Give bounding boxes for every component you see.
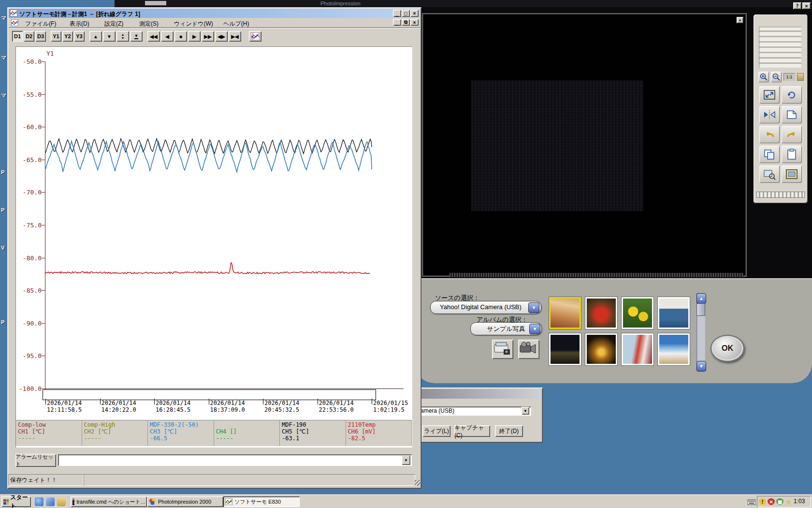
zoom-in-button[interactable] [758,72,769,82]
show-desktop-icon[interactable] [57,497,66,506]
copy-button[interactable] [759,146,780,163]
child-close-button[interactable]: × [410,19,419,26]
start-button[interactable]: スタート [1,496,31,507]
child-restore-button[interactable]: ⧉ [402,19,410,26]
resize-grip[interactable] [415,480,420,486]
toolbar-rewind-button[interactable]: ◀◀ [147,31,160,42]
thumbnail-canyon-spires[interactable] [549,297,581,329]
close-button[interactable]: × [802,2,811,9]
keyboard-icon [747,498,756,505]
minimize-button[interactable]: _ [393,10,401,17]
desktop-icon-label-fragment: P [1,169,8,176]
scanner-source-button[interactable] [492,340,513,359]
ok-button[interactable]: OK [710,335,744,362]
alarm-combobox-arrow-icon[interactable]: ▼ [402,455,410,465]
camera-preview-area: × [422,13,747,277]
keyboard-tray-wrap[interactable] [747,498,756,505]
maximize-button[interactable]: □ [402,10,410,17]
channel-value: -63.1 [282,435,344,442]
toolbar-fast-forward-button[interactable]: ▶▶ [202,31,214,42]
thumbnail-harbor-boats[interactable] [658,297,690,329]
camera-source-combobox[interactable]: amera (USB)▼ [420,406,531,416]
toolbar-scroll-up-button[interactable]: ▲ [89,31,102,42]
toolbar-compress-button[interactable]: ▶◀ [229,31,241,42]
toolbar-scroll-down-button[interactable]: ▼ [103,31,116,42]
thumbnail-yellow-flowers[interactable] [622,297,653,329]
x-tick-label: 2026/01/14 14:20:22.0 [102,400,155,413]
redo-button[interactable] [782,126,802,143]
refresh-button[interactable] [782,86,802,104]
source-dropdown-arrow-icon[interactable]: ▼ [528,302,539,313]
toolbar-d2-button[interactable]: D2 [24,31,34,42]
mirror-horizontal-button[interactable] [759,106,780,123]
album-select-dropdown[interactable]: サンプル写真▼ [470,322,542,335]
toolbar-d3-button[interactable]: D3 [35,31,46,42]
thumbnail-red-bird[interactable] [585,297,617,329]
thumbnail-fiber-lights[interactable] [585,333,617,365]
toolbar-graph-mode-button[interactable] [249,31,261,42]
legend-cell-ch3: MDF-330-2(-50)CH3 [℃]-66.5 [148,420,214,446]
photoimpression-titlebar: PhotoImpression [115,0,812,7]
preview-close-icon[interactable]: × [737,17,743,23]
thumbnail-city-night[interactable] [549,333,581,365]
toolbar-y3-button[interactable]: Y3 [74,31,85,42]
paste-button[interactable] [782,146,802,163]
desktop-icon-label-fragment: マ [1,15,8,21]
frame-button[interactable] [782,165,802,183]
scroll-up-arrow[interactable]: ▲ [696,293,706,304]
toolbar: D1D2D3Y1Y2Y3▲▼▲▼▼◀◀◀■▶▶▶◀▶▶◀ [9,28,420,44]
shield-error-tray-icon[interactable]: ✕ [768,498,775,505]
toolbar-d1-button[interactable]: D1 [12,31,23,42]
alarm-combobox[interactable]: ▼ [58,454,412,466]
thumbnail-ship-lighthouse[interactable] [622,333,653,365]
thumbnail-scrollbar[interactable]: ▲▼ [696,293,705,371]
flip-page-icon [784,108,799,121]
toolbar-step-back-button[interactable]: ◀ [161,31,174,42]
panel-scroll-bar[interactable] [756,192,805,198]
device-tray-icon[interactable]: ▣ [776,498,783,505]
task-softthermo[interactable]: ソフトサーモ E830 [223,496,300,507]
task-transfile[interactable]: cmtransfile.cmd へのショート... [71,496,147,507]
refresh-icon [784,89,799,101]
thumbnail-sky-clouds[interactable] [658,333,690,365]
fit-window-icon [762,89,777,101]
close-window-button[interactable]: × [410,10,419,17]
windows-logo-icon [3,499,9,505]
graph-panel: Y1-50.0-55.0-60.0-65.0-70.0-75.0-80.0-85… [15,46,412,448]
toolbar-scroll-updown-button[interactable]: ▲▼ [116,31,129,42]
fit-window-button[interactable] [759,86,780,104]
actual-size-button[interactable]: 1:1 [783,73,795,81]
shield-warning-tray-icon[interactable]: ! [759,498,766,505]
source-select-dropdown[interactable]: Yahoo! Digital Camera (USB)▼ [430,301,541,314]
toolbar-scroll-bottom-button[interactable]: ▼ [130,31,143,42]
flip-page-button[interactable] [782,106,802,123]
scroll-thumb[interactable] [696,303,705,316]
live-button[interactable]: ライブ(L) [422,425,450,437]
toolbar-step-forward-button[interactable]: ▶ [188,31,201,42]
alarm-reset-button[interactable]: アラームリセット [15,454,56,467]
task-photoimpression[interactable]: PhotoImpression 2000 [147,496,223,507]
y-tick-mark [42,225,45,225]
photoimpression-window: ×1:1ソースの選択：Yahoo! Digital Camera (USB)▼ア… [415,0,812,383]
capture-button[interactable]: キャプチャ(C) [454,425,490,437]
app-icon [11,19,18,26]
toolbar-stop-button[interactable]: ■ [174,31,187,42]
preview-button[interactable] [759,165,780,183]
zoom-out-button[interactable] [771,72,782,82]
star-tray-icon[interactable]: ★ [785,498,792,505]
combobox-arrow-icon[interactable]: ▼ [522,407,529,415]
child-minimize-button[interactable]: _ [393,19,401,26]
toolbar-y1-button[interactable]: Y1 [51,31,61,42]
outlook-icon[interactable] [46,497,55,506]
app-icon-wrap [10,10,17,17]
exit-button[interactable]: 終了(D) [495,425,523,437]
undo-button[interactable] [759,126,780,143]
scroll-down-arrow[interactable]: ▼ [696,361,706,372]
album-dropdown-arrow-icon[interactable]: ▼ [529,324,540,334]
internet-explorer-icon[interactable] [35,497,44,506]
toolbar-y2-button[interactable]: Y2 [62,31,73,42]
video-camera-source-button[interactable] [518,340,539,359]
y-tick-mark [42,388,45,389]
toolbar-expand-button[interactable]: ◀▶ [215,31,228,42]
help-button[interactable]: ? [793,2,801,9]
